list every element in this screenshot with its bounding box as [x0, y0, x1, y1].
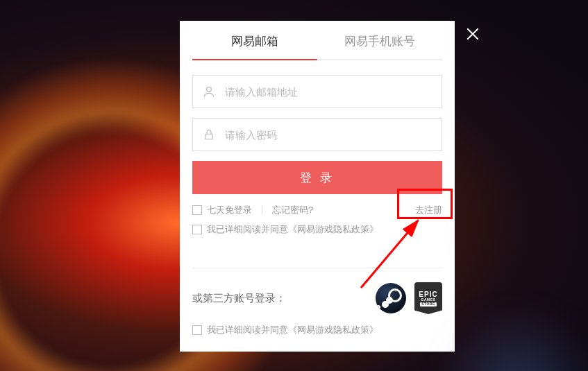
email-input[interactable] [225, 76, 442, 107]
login-tabs: 网易邮箱 网易手机账号 [180, 21, 455, 61]
tab-phone[interactable]: 网易手机账号 [317, 21, 442, 60]
register-link[interactable]: 去注册 [415, 204, 442, 216]
close-icon[interactable] [464, 25, 482, 43]
steam-icon[interactable] [376, 283, 406, 313]
remember-label: 七天免登录 [207, 204, 252, 216]
thirdparty-label: 或第三方账号登录： [192, 292, 376, 305]
agreement-row-2: 我已详细阅读并同意 《网易游戏隐私政策》 [180, 324, 455, 336]
password-field-wrap [192, 118, 442, 151]
agreement-checkbox-2[interactable] [192, 325, 202, 335]
epic-line2: GAMES [421, 298, 436, 302]
epic-line3: STORE [420, 302, 437, 307]
login-modal: 网易邮箱 网易手机账号 登 录 七天免登录 [180, 21, 455, 352]
agreement-checkbox-1[interactable] [192, 225, 202, 234]
epic-games-icon[interactable]: EPIC GAMES STORE [414, 282, 442, 314]
form-area: 登 录 七天免登录 忘记密码? 去注册 [180, 61, 455, 223]
options-row: 七天免登录 忘记密码? 去注册 [192, 204, 442, 223]
lock-icon [193, 128, 225, 141]
agreement-prefix-2: 我已详细阅读并同意 [207, 324, 288, 336]
separator [262, 205, 262, 215]
privacy-policy-link-1[interactable]: 《网易游戏隐私政策》 [288, 223, 378, 236]
thirdparty-row: 或第三方账号登录： EPIC GAMES STORE [180, 268, 455, 324]
privacy-policy-link-2[interactable]: 《网易游戏隐私政策》 [288, 324, 378, 336]
tab-email[interactable]: 网易邮箱 [192, 21, 317, 60]
remember-checkbox[interactable] [192, 205, 202, 215]
agreement-prefix-1: 我已详细阅读并同意 [207, 223, 288, 236]
svg-point-0 [207, 87, 212, 92]
agreement-row-1: 我已详细阅读并同意 《网易游戏隐私政策》 [180, 223, 455, 236]
user-icon [193, 85, 225, 98]
password-input[interactable] [225, 119, 442, 150]
login-button[interactable]: 登 录 [192, 161, 442, 194]
epic-line1: EPIC [419, 291, 437, 298]
email-field-wrap [192, 75, 442, 108]
forgot-password-link[interactable]: 忘记密码? [272, 204, 313, 216]
svg-rect-1 [205, 134, 213, 139]
